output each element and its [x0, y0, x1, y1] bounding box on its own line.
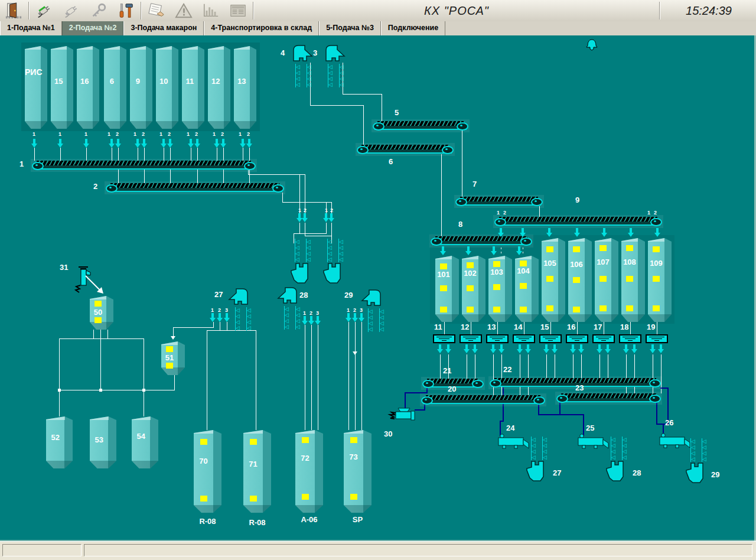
- feeder-17[interactable]: [592, 334, 615, 343]
- silo-ris[interactable]: РИС: [25, 46, 47, 129]
- outlet-number: 2: [330, 208, 333, 213]
- belt-bed: [359, 149, 452, 154]
- silo-104[interactable]: 104: [515, 256, 539, 322]
- silo-10[interactable]: 10: [156, 46, 178, 129]
- silo-103[interactable]: 103: [488, 256, 512, 322]
- pulley-icon: [272, 184, 284, 193]
- feeder-15[interactable]: [539, 334, 562, 343]
- silo-13[interactable]: 13: [234, 46, 256, 129]
- screw-feeder-25[interactable]: [577, 433, 609, 450]
- silo-15[interactable]: 15: [51, 46, 73, 129]
- key-button[interactable]: [85, 1, 112, 21]
- feeder-label: 14: [514, 323, 522, 331]
- conveyor-20[interactable]: [422, 395, 545, 405]
- level-sensor: [653, 305, 660, 311]
- conveyor-2[interactable]: [106, 183, 284, 193]
- feeder-18[interactable]: [619, 334, 641, 343]
- silo-52[interactable]: 52: [46, 416, 73, 468]
- tab-podacha-2[interactable]: 2-Подача №2: [62, 21, 124, 35]
- disconnect-button[interactable]: [58, 1, 85, 21]
- bell-icon[interactable]: [585, 39, 598, 51]
- bin-71[interactable]: 71: [243, 430, 271, 513]
- grinder-30[interactable]: [387, 408, 419, 426]
- silo-11[interactable]: 11: [182, 46, 204, 129]
- conveyor-1[interactable]: [32, 161, 255, 170]
- belt-bed: [374, 126, 467, 130]
- flow-arrow-icon: [517, 344, 523, 353]
- grate-line: [548, 340, 553, 341]
- elevator-boot[interactable]: [290, 262, 314, 285]
- elevator-head-28[interactable]: [277, 286, 298, 305]
- silo-16[interactable]: 16: [77, 46, 99, 129]
- elevator-boot-28[interactable]: [605, 460, 629, 483]
- connect-button[interactable]: [31, 1, 58, 21]
- toolbar-separator: [28, 2, 30, 19]
- tab-podkluchenie[interactable]: Подключение: [381, 21, 445, 35]
- belt-bed: [496, 222, 660, 226]
- elevator-boot[interactable]: [322, 262, 346, 285]
- silo-108[interactable]: 108: [621, 238, 645, 322]
- grate-line: [463, 337, 478, 337]
- tab-podacha-3[interactable]: 5-Подача №3: [319, 21, 381, 35]
- feeder-13[interactable]: [486, 334, 509, 343]
- silo-109[interactable]: 109: [648, 238, 672, 322]
- pulley-icon: [106, 184, 118, 193]
- conveyor-6[interactable]: [357, 145, 453, 154]
- exit-button[interactable]: [0, 1, 27, 21]
- bin-73[interactable]: 73: [344, 430, 372, 513]
- line-node: [99, 389, 102, 392]
- silo-101[interactable]: 101: [435, 256, 459, 322]
- tab-transport-sklad[interactable]: 4-Транспортировка в склад: [204, 21, 319, 35]
- silo-106[interactable]: 106: [568, 238, 592, 322]
- tab-podacha-makaron[interactable]: 3-Подача макарон: [123, 21, 204, 35]
- level-sensor: [653, 276, 660, 282]
- hopper-51[interactable]: 51: [161, 341, 185, 375]
- conveyor-5[interactable]: [373, 121, 468, 131]
- silo-6[interactable]: 6: [104, 46, 126, 129]
- elevator-boot-27[interactable]: [526, 460, 549, 483]
- silo-53[interactable]: 53: [90, 416, 116, 468]
- hopper-50[interactable]: 50: [90, 296, 113, 330]
- report-button[interactable]: [143, 1, 170, 21]
- feeder-19[interactable]: [646, 334, 668, 343]
- feeder-12[interactable]: [460, 334, 482, 343]
- flow-arrow-icon: [464, 344, 470, 353]
- outlet-number: 1: [133, 132, 136, 137]
- silo-9[interactable]: 9: [130, 46, 152, 129]
- silo-12[interactable]: 12: [208, 46, 230, 129]
- tools-button[interactable]: [112, 1, 139, 21]
- screw-feeder-26[interactable]: [659, 432, 690, 449]
- elevator-head-27[interactable]: [228, 287, 249, 306]
- flow-arrow-icon: [440, 246, 446, 255]
- elevator-boot-29[interactable]: [685, 462, 709, 484]
- elevator-head-29[interactable]: [361, 288, 382, 307]
- tab-podacha-1[interactable]: 1-Подача №1: [0, 21, 62, 35]
- bin-70[interactable]: 70: [194, 430, 221, 513]
- screw-feeder-24[interactable]: [497, 433, 529, 450]
- flow-arrow-icon: [437, 344, 443, 353]
- belt-bed: [107, 188, 282, 192]
- hopper-label: 50: [90, 308, 106, 317]
- conveyor-23[interactable]: [557, 393, 660, 403]
- bin-72[interactable]: 72: [295, 430, 323, 513]
- toolbar-separator: [141, 2, 142, 19]
- elevator-head-4[interactable]: [292, 44, 313, 63]
- conveyor-9[interactable]: [495, 217, 662, 226]
- feeder-11[interactable]: [433, 334, 455, 343]
- silo-107[interactable]: 107: [595, 238, 618, 322]
- conveyor-label: 7: [472, 180, 477, 188]
- conveyor-7[interactable]: [456, 197, 542, 206]
- silo-54[interactable]: 54: [132, 416, 158, 468]
- level-sensor: [493, 261, 500, 267]
- silo-102[interactable]: 102: [462, 256, 485, 322]
- feeder-16[interactable]: [566, 334, 588, 343]
- flow-line: [355, 322, 356, 430]
- silo-105[interactable]: 105: [542, 238, 565, 322]
- elevator-head-3[interactable]: [324, 44, 346, 63]
- feeder-14[interactable]: [513, 334, 535, 343]
- plug-connect-icon: [35, 2, 54, 19]
- level-sensor: [166, 346, 173, 352]
- flow-arrow-icon: [135, 139, 141, 148]
- silo-label: 109: [648, 259, 664, 268]
- conveyor-8[interactable]: [431, 236, 532, 246]
